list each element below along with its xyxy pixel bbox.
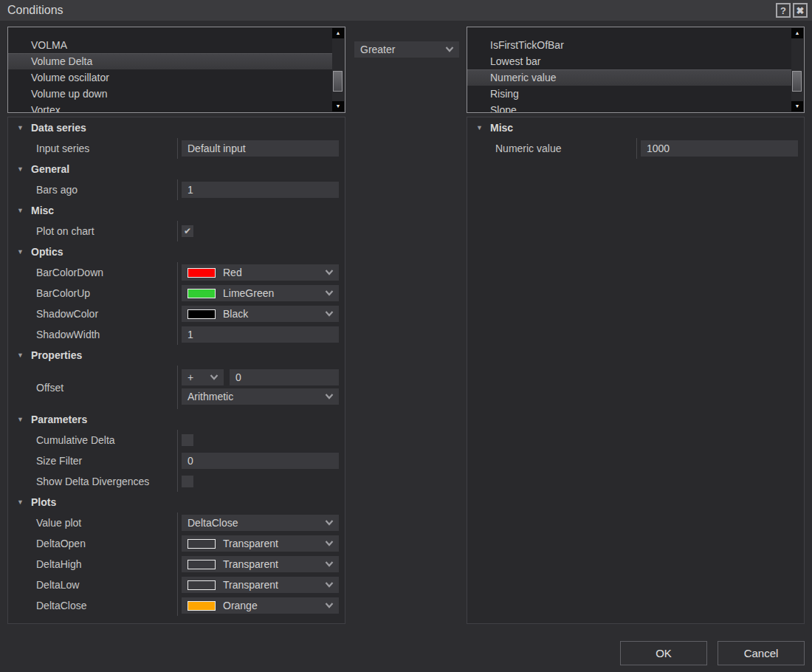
cumulative-delta-checkbox[interactable] — [182, 434, 193, 446]
shadowcolor-select[interactable]: Black — [182, 306, 339, 322]
color-name: LimeGreen — [223, 287, 274, 299]
section-header-optics[interactable]: ▼ Optics — [8, 241, 345, 262]
property-label: Bars ago — [8, 179, 177, 200]
section-header-misc-right[interactable]: ▼ Misc — [467, 117, 804, 138]
list-item[interactable]: IsFirstTickOfBar — [467, 37, 791, 53]
list-item[interactable]: Lowest bar — [467, 53, 791, 69]
numeric-value-field[interactable]: 1000 — [641, 140, 798, 157]
list-item-selected[interactable]: Volume Delta — [8, 53, 332, 69]
bars-ago-field[interactable]: 1 — [182, 182, 339, 198]
property-label: DeltaLow — [8, 575, 177, 595]
section-header-plots[interactable]: ▼ Plots — [8, 492, 345, 512]
scroll-up-icon[interactable]: ▲ — [791, 28, 803, 38]
list-item-selected[interactable]: Numeric value — [467, 69, 791, 86]
indicator-listbox: VOLMA Volume Delta Volume oscillator Vol… — [7, 27, 345, 113]
help-button[interactable]: ? — [776, 3, 791, 18]
collapse-triangle-icon: ▼ — [8, 207, 31, 214]
section-title: General — [31, 163, 69, 175]
chevron-down-icon — [445, 47, 454, 52]
collapse-triangle-icon: ▼ — [8, 248, 31, 256]
deltaclose-color-select[interactable]: Orange — [182, 597, 339, 614]
chevron-down-icon — [325, 290, 334, 296]
color-swatch — [187, 539, 216, 549]
property-label: ShadowWidth — [8, 324, 177, 345]
scrollbar-thumb[interactable] — [333, 71, 343, 92]
section-title: Plots — [31, 496, 56, 508]
list-item[interactable]: Volume up down — [8, 86, 332, 102]
list-item[interactable]: Vortex — [8, 102, 332, 112]
condition-list: IsFirstTickOfBar Lowest bar Numeric valu… — [467, 27, 791, 112]
section-title: Optics — [31, 246, 63, 258]
property-label: Plot on chart — [8, 221, 177, 241]
section-title: Properties — [31, 349, 82, 361]
section-title: Parameters — [31, 414, 87, 425]
input-series-field[interactable]: Default input — [182, 140, 339, 157]
value-plot-dropdown[interactable]: DeltaClose — [182, 515, 339, 531]
list-item[interactable]: VOLMA — [8, 37, 332, 53]
chevron-down-icon — [325, 394, 334, 400]
color-swatch — [187, 560, 216, 569]
section-header-general[interactable]: ▼ General — [8, 159, 345, 179]
property-row: DeltaClose Orange — [8, 595, 345, 616]
color-name: Red — [223, 267, 242, 278]
color-swatch — [187, 268, 216, 278]
plot-on-chart-checkbox[interactable]: ✔ — [182, 225, 193, 237]
chevron-down-icon — [210, 374, 219, 380]
section-header-data-series[interactable]: ▼ Data series — [8, 117, 345, 138]
deltahigh-color-select[interactable]: Transparent — [182, 556, 339, 572]
chevron-down-icon — [325, 561, 334, 567]
color-name: Black — [223, 308, 248, 320]
property-row: DeltaOpen Transparent — [8, 533, 345, 554]
operator-dropdown[interactable]: Greater — [354, 41, 459, 58]
scroll-down-icon[interactable]: ▼ — [332, 101, 344, 112]
list-item[interactable]: Rising — [467, 86, 791, 102]
close-button[interactable]: ✖ — [793, 3, 808, 18]
property-label: Value plot — [8, 512, 177, 533]
color-name: Transparent — [223, 558, 278, 570]
scroll-up-icon[interactable]: ▲ — [332, 28, 344, 38]
section-header-parameters[interactable]: ▼ Parameters — [8, 409, 345, 430]
offset-operator-dropdown[interactable]: + — [182, 369, 224, 385]
ok-button[interactable]: OK — [620, 641, 707, 665]
property-label: BarColorUp — [8, 283, 177, 304]
cancel-button[interactable]: Cancel — [718, 641, 805, 665]
offset-mode-dropdown[interactable]: Arithmetic — [182, 388, 339, 405]
property-row-offset: Offset + 0 Arithmetic — [8, 366, 345, 409]
section-header-properties[interactable]: ▼ Properties — [8, 345, 345, 366]
property-label: Show Delta Divergences — [8, 471, 177, 492]
conditions-dialog: Conditions ? ✖ VOLMA Volume Delta Volume… — [0, 0, 812, 672]
offset-amount-field[interactable]: 0 — [230, 369, 339, 385]
value-plot-value: DeltaClose — [187, 517, 238, 529]
deltalow-color-select[interactable]: Transparent — [182, 577, 339, 593]
color-name: Transparent — [223, 579, 278, 591]
property-row: ShadowWidth 1 — [8, 324, 345, 345]
barcolorup-select[interactable]: LimeGreen — [182, 285, 339, 301]
show-delta-divergences-checkbox[interactable] — [182, 476, 193, 487]
size-filter-field[interactable]: 0 — [182, 453, 339, 469]
offset-operator-value: + — [187, 371, 193, 383]
window-title: Conditions — [0, 0, 812, 21]
titlebar[interactable]: Conditions ? ✖ — [0, 0, 812, 21]
close-icon: ✖ — [796, 5, 805, 16]
color-swatch — [187, 309, 216, 319]
property-row: Value plot DeltaClose — [8, 512, 345, 533]
scroll-down-icon[interactable]: ▼ — [791, 101, 803, 112]
scrollbar[interactable]: ▲ ▼ — [332, 28, 344, 112]
collapse-triangle-icon: ▼ — [8, 498, 31, 506]
section-header-misc[interactable]: ▼ Misc — [8, 200, 345, 221]
property-row: Numeric value 1000 — [467, 138, 804, 159]
barcolordown-select[interactable]: Red — [182, 264, 339, 281]
operator-dropdown-value: Greater — [360, 44, 395, 55]
property-label: ShadowColor — [8, 304, 177, 324]
shadowwidth-field[interactable]: 1 — [182, 326, 339, 343]
property-row: BarColorUp LimeGreen — [8, 283, 345, 304]
chevron-down-icon — [325, 603, 334, 608]
deltaopen-color-select[interactable]: Transparent — [182, 535, 339, 552]
scrollbar[interactable]: ▲ ▼ — [791, 28, 803, 112]
list-item[interactable]: Slope — [467, 102, 791, 112]
color-swatch — [187, 289, 216, 298]
scrollbar-thumb[interactable] — [792, 71, 802, 92]
list-item[interactable]: Volume oscillator — [8, 69, 332, 86]
collapse-triangle-icon: ▼ — [8, 352, 31, 359]
collapse-triangle-icon: ▼ — [8, 165, 31, 173]
